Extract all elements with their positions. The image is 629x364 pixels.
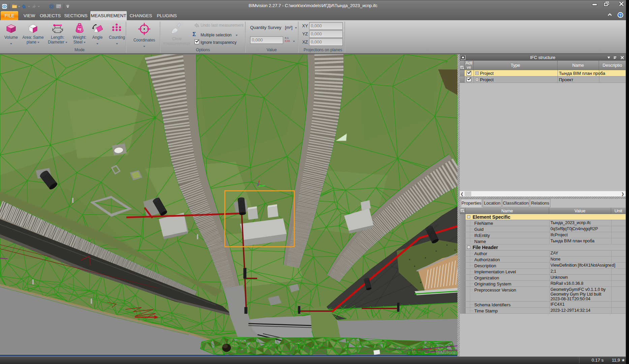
svg-text:BIMvision: BIMvision xyxy=(436,350,457,355)
svg-text:kg: kg xyxy=(78,27,82,31)
